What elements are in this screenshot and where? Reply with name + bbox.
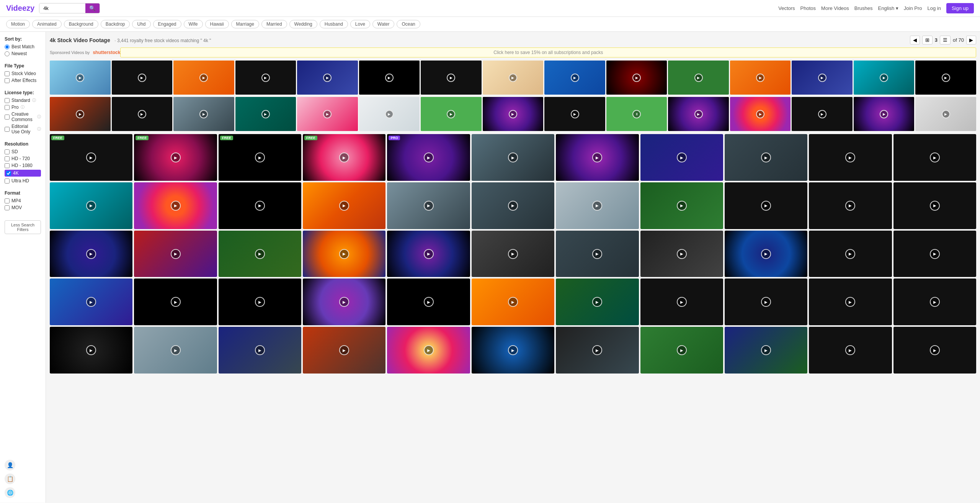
sponsored-thumb-26[interactable]: ▶ (668, 97, 729, 131)
tag-married[interactable]: Married (261, 20, 287, 28)
thumb-38[interactable]: ▶ (387, 279, 470, 325)
sponsored-thumb-2[interactable]: ▶ (112, 61, 173, 95)
thumb-17[interactable]: ▶ (472, 182, 554, 229)
sponsored-thumb-21[interactable]: ▶ (359, 97, 420, 131)
nav-photos[interactable]: Photos (800, 5, 816, 11)
language-selector[interactable]: English ▾ (878, 5, 898, 11)
thumb-19[interactable]: ▶ (640, 182, 723, 229)
thumb-18[interactable]: ▶ (556, 182, 639, 229)
ft-stock-label[interactable]: Stock Video (11, 71, 36, 76)
thumb-14[interactable]: ▶ (219, 182, 301, 229)
sort-best-label[interactable]: Best Match (11, 44, 34, 49)
license-standard[interactable]: Standard ⓘ (5, 98, 41, 103)
thumb-32[interactable]: ▶ (809, 231, 892, 277)
thumb-40[interactable]: ▶ (556, 279, 639, 325)
thumb-44[interactable]: ▶ (893, 279, 976, 325)
sponsored-thumb-22[interactable]: ▶ (421, 97, 482, 131)
thumb-24[interactable]: ▶ (134, 231, 217, 277)
thumb-43[interactable]: ▶ (809, 279, 892, 325)
thumb-47[interactable]: ▶ (219, 327, 301, 374)
tag-backdrop[interactable]: Backdrop (101, 20, 130, 28)
sidebar-icon-2[interactable]: 📋 (5, 474, 15, 484)
sponsored-thumb-8[interactable]: ▶ (483, 61, 544, 95)
tag-love[interactable]: Love (350, 20, 370, 28)
tag-uhd[interactable]: Uhd (132, 20, 150, 28)
sponsored-thumb-1[interactable]: ▶ (50, 61, 111, 95)
sponsored-thumb-15[interactable]: ▶ (915, 61, 976, 95)
next-page-button[interactable]: ▶ (966, 36, 976, 44)
lic-pro-label[interactable]: Pro (11, 105, 19, 110)
thumb-41[interactable]: ▶ (640, 279, 723, 325)
thumb-28[interactable]: ▶ (472, 231, 554, 277)
sponsored-thumb-27[interactable]: ▶ (730, 97, 791, 131)
thumb-49[interactable]: ▶ (387, 327, 470, 374)
file-type-ae[interactable]: After Effects (5, 78, 41, 83)
tag-animated[interactable]: Animated (32, 20, 62, 28)
sponsored-thumb-23[interactable]: ▶ (483, 97, 544, 131)
tag-motion[interactable]: Motion (6, 20, 30, 28)
thumb-52[interactable]: ▶ (640, 327, 723, 374)
file-type-stock[interactable]: Stock Video (5, 71, 41, 76)
res-4k-label[interactable]: 4K (13, 170, 19, 176)
sponsored-thumb-20[interactable]: ▶ (297, 97, 358, 131)
thumb-9[interactable]: ▶ (725, 134, 807, 181)
thumb-55[interactable]: ▶ (893, 327, 976, 374)
tag-water[interactable]: Water (372, 20, 395, 28)
thumb-37[interactable]: ▶ (303, 279, 385, 325)
format-mp4[interactable]: MP4 (5, 198, 41, 203)
sort-newest[interactable]: Newest (5, 51, 41, 56)
thumb-39[interactable]: ▶ (472, 279, 554, 325)
prev-page-button[interactable]: ◀ (910, 36, 920, 44)
res-4k[interactable]: 4K (5, 170, 41, 177)
thumb-45[interactable]: ▶ (50, 327, 132, 374)
sponsored-thumb-14[interactable]: ▶ (854, 61, 915, 95)
thumb-16[interactable]: ▶ (387, 182, 470, 229)
sponsored-thumb-5[interactable]: ▶ (297, 61, 358, 95)
sponsored-thumb-18[interactable]: ▶ (173, 97, 234, 131)
less-filters-button[interactable]: Less Search Filters (5, 220, 41, 234)
lic-ed-label[interactable]: Editorial Use Only (11, 124, 35, 134)
thumb-4[interactable]: FREE▶ (303, 134, 385, 181)
sponsored-thumb-7[interactable]: ▶ (421, 61, 482, 95)
thumb-6[interactable]: ▶ (472, 134, 554, 181)
thumb-29[interactable]: ▶ (556, 231, 639, 277)
sponsored-thumb-13[interactable]: ▶ (792, 61, 853, 95)
thumb-51[interactable]: ▶ (556, 327, 639, 374)
license-pro[interactable]: Pro ⓘ (5, 105, 41, 110)
thumb-25[interactable]: ▶ (219, 231, 301, 277)
res-720-label[interactable]: HD - 720 (11, 156, 30, 161)
thumb-22[interactable]: ▶ (893, 182, 976, 229)
signup-button[interactable]: Sign up (946, 3, 974, 13)
grid-view-button[interactable]: ⊞ (922, 36, 933, 44)
thumb-48[interactable]: ▶ (303, 327, 385, 374)
tag-wedding[interactable]: Wedding (289, 20, 317, 28)
thumb-36[interactable]: ▶ (219, 279, 301, 325)
tag-wife[interactable]: Wife (184, 20, 203, 28)
thumb-35[interactable]: ▶ (134, 279, 217, 325)
sponsored-thumb-10[interactable]: ▶ (606, 61, 667, 95)
thumb-30[interactable]: ▶ (640, 231, 723, 277)
tag-engaged[interactable]: Engaged (153, 20, 181, 28)
thumb-12[interactable]: ▶ (50, 182, 132, 229)
thumb-7[interactable]: ▶ (556, 134, 639, 181)
thumb-20[interactable]: ▶ (725, 182, 807, 229)
thumb-2[interactable]: FREE▶ (134, 134, 217, 181)
thumb-23[interactable]: ▶ (50, 231, 132, 277)
login-button[interactable]: Log in (927, 5, 941, 11)
res-1080-label[interactable]: HD - 1080 (11, 163, 33, 168)
search-button[interactable]: 🔍 (85, 3, 100, 13)
thumb-21[interactable]: ▶ (809, 182, 892, 229)
thumb-33[interactable]: ▶ (893, 231, 976, 277)
search-bar[interactable]: 🔍 (39, 3, 100, 13)
sponsored-thumb-9[interactable]: ▶ (544, 61, 605, 95)
sidebar-icon-3[interactable]: 🌐 (5, 487, 15, 498)
sponsored-thumb-28[interactable]: ▶ (792, 97, 853, 131)
promo-banner[interactable]: Click here to save 15% on all subscripti… (120, 48, 976, 57)
tag-ocean[interactable]: Ocean (397, 20, 420, 28)
sponsored-thumb-24[interactable]: ▶ (544, 97, 605, 131)
sponsored-thumb-16[interactable]: ▶ (50, 97, 111, 131)
sponsored-thumb-19[interactable]: ▶ (235, 97, 296, 131)
tag-husband[interactable]: Husband (320, 20, 348, 28)
thumb-5[interactable]: PRO▶ (387, 134, 470, 181)
sponsored-thumb-12[interactable]: ▶ (730, 61, 791, 95)
